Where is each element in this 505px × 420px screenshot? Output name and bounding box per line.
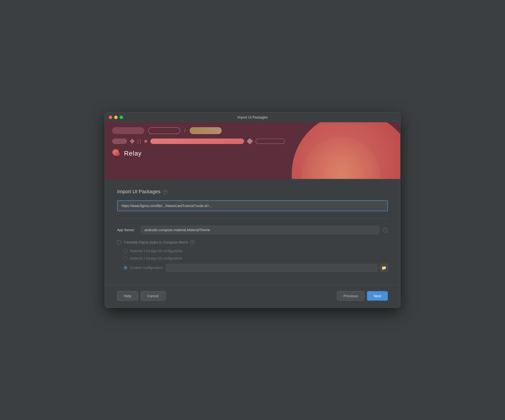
- banner-square: [144, 140, 147, 142]
- banner-slash: /: [184, 128, 186, 134]
- radio-material3-row: Material 3 Design Kit configuration: [124, 249, 388, 253]
- banner-pill-1: [112, 127, 144, 134]
- radio-custom-label: Custom configuration:: [130, 266, 163, 270]
- close-button[interactable]: [109, 116, 112, 119]
- banner-pill-pink: [150, 139, 244, 144]
- folder-browse-button[interactable]: 📁: [380, 264, 388, 272]
- app-theme-row: App theme: ?: [117, 226, 388, 234]
- footer: Help Cancel Previous Next: [105, 285, 400, 308]
- cancel-button[interactable]: Cancel: [141, 291, 165, 301]
- radio-material3[interactable]: [124, 249, 127, 253]
- main-content: Import UI Packages ? App theme: ? Transl…: [105, 179, 400, 285]
- section-title-row: Import UI Packages ?: [117, 189, 388, 194]
- banner-diamond-1: [130, 139, 135, 144]
- relay-logo: Relay: [112, 149, 393, 158]
- header-banner: / [ ] Relay: [105, 122, 400, 179]
- translate-label: Translate Figma styles to Compose theme …: [124, 240, 195, 245]
- minimize-button[interactable]: [114, 116, 118, 119]
- main-window: Import UI Packages / [ ]: [105, 112, 400, 308]
- folder-icon: 📁: [381, 265, 386, 270]
- next-button[interactable]: Next: [367, 291, 388, 301]
- radio-group: Material 3 Design Kit configuration Mate…: [117, 249, 388, 272]
- radio-material2-row: Material 2 Design Kit configuration: [124, 256, 388, 260]
- footer-right-buttons: Previous Next: [337, 291, 388, 301]
- banner-row-2: [ ]: [112, 139, 393, 144]
- radio-material2-label: Material 2 Design Kit configuration: [130, 256, 182, 260]
- custom-config-input[interactable]: [166, 264, 378, 272]
- footer-left-buttons: Help Cancel: [117, 291, 165, 301]
- divider: [117, 219, 388, 219]
- section-help-icon[interactable]: ?: [163, 190, 167, 194]
- translate-help-icon[interactable]: ?: [190, 240, 195, 245]
- relay-logo-text: Relay: [124, 150, 142, 157]
- radio-custom-config[interactable]: [124, 266, 127, 270]
- svg-point-1: [115, 152, 120, 156]
- title-bar: Import UI Packages: [105, 112, 400, 122]
- banner-diamond-2: [247, 138, 253, 144]
- banner-pill-3: [190, 127, 222, 134]
- previous-button[interactable]: Previous: [337, 291, 364, 301]
- app-theme-label: App theme:: [117, 228, 137, 232]
- translate-checkbox[interactable]: [117, 240, 121, 244]
- banner-pill-sm: [112, 139, 127, 144]
- help-button[interactable]: Help: [117, 291, 138, 301]
- banner-pill-outline-sm: [255, 139, 285, 144]
- app-theme-input[interactable]: [141, 226, 379, 234]
- banner-bracket: [ ]: [137, 139, 141, 144]
- translate-checkbox-row: Translate Figma styles to Compose theme …: [117, 240, 388, 245]
- relay-logo-icon: [112, 149, 121, 158]
- radio-custom-row: Custom configuration: 📁: [124, 264, 388, 272]
- window-title: Import UI Packages: [237, 115, 268, 119]
- window-controls: [109, 116, 123, 119]
- url-input[interactable]: [117, 200, 388, 211]
- banner-row-1: /: [112, 127, 393, 134]
- radio-material3-label: Material 3 Design Kit configuration: [130, 249, 182, 253]
- maximize-button[interactable]: [120, 116, 123, 119]
- theme-help-icon[interactable]: ?: [383, 228, 388, 232]
- section-title-text: Import UI Packages: [117, 189, 161, 194]
- banner-pill-2: [148, 127, 180, 134]
- radio-material2[interactable]: [124, 256, 127, 260]
